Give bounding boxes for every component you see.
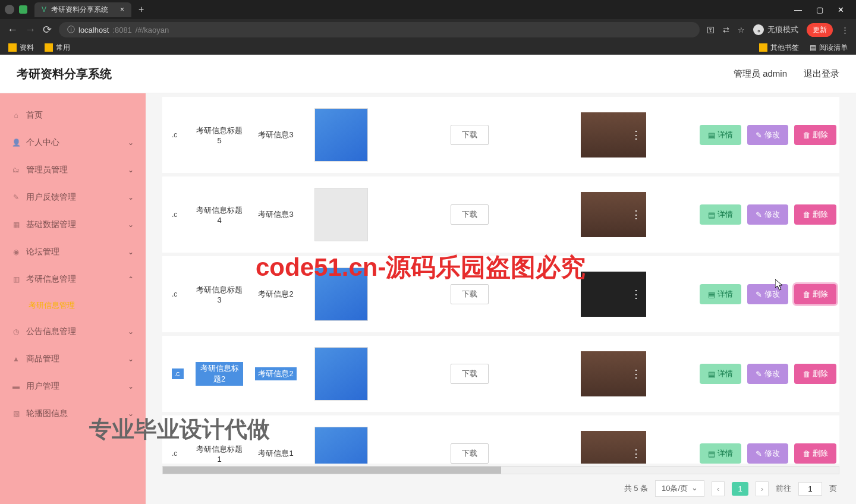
url-input[interactable]: ⓘ localhost :8081 /#/kaoyan: [59, 22, 700, 37]
goods-icon: ▲: [12, 355, 20, 363]
video-thumbnail[interactable]: [581, 112, 646, 158]
edit-button[interactable]: ✎修改: [747, 125, 788, 145]
clipboard-icon: 🗂: [12, 166, 20, 174]
sidebar-item-kaoyan[interactable]: ▥考研信息管理: [0, 266, 146, 293]
detail-button[interactable]: ▤详情: [700, 364, 741, 384]
translate-icon[interactable]: ⇄: [723, 26, 729, 34]
reload-icon[interactable]: ⟳: [43, 23, 52, 36]
delete-button[interactable]: 🗑删除: [794, 204, 836, 225]
edit-button[interactable]: ✎修改: [747, 443, 788, 464]
cell-category: 考研信息2: [255, 367, 297, 380]
sidebar-item-home[interactable]: ⌂首页: [0, 102, 146, 129]
app-root: code51.cncode51.cncode51.cncode51.cncode…: [0, 55, 856, 504]
goto-page-input[interactable]: [798, 482, 822, 496]
trash-icon: 🗑: [802, 210, 810, 219]
sidebar-item-profile[interactable]: 👤个人中心: [0, 129, 146, 156]
url-port: :8081: [112, 26, 132, 34]
sidebar-label: 用户管理: [26, 381, 59, 392]
download-button[interactable]: 下载: [451, 125, 489, 145]
page-size-select[interactable]: 10条/页⌄: [655, 480, 704, 497]
cell-title: 考研信息标题5: [196, 125, 243, 145]
sidebar-item-basedata[interactable]: ▦基础数据管理: [0, 211, 146, 238]
close-window-icon[interactable]: ✕: [838, 5, 844, 14]
browser-tab[interactable]: V 考研资料分享系统 ×: [34, 2, 131, 17]
cell-video: [581, 192, 664, 237]
sidebar-item-carousel[interactable]: ▧轮播图信息: [0, 400, 146, 427]
table-row: .c 考研信息标题1 考研信息1 下载 ▤详情 ✎修改 🗑删除: [162, 415, 839, 464]
bookmark-item[interactable]: 常用: [45, 43, 70, 53]
user-label[interactable]: 管理员 admin: [734, 68, 787, 80]
tab-leading-icons: [5, 5, 34, 14]
window-controls: — ▢ ✕: [794, 5, 851, 14]
detail-button[interactable]: ▤详情: [700, 125, 741, 145]
video-thumbnail[interactable]: [581, 272, 646, 317]
detail-icon: ▤: [708, 449, 715, 458]
edit-button[interactable]: ✎修改: [747, 204, 788, 225]
minimize-icon[interactable]: —: [794, 5, 802, 14]
sidebar-label: 公告信息管理: [26, 326, 76, 337]
cell-title: 考研信息标题1: [196, 444, 243, 464]
sidebar-item-announce[interactable]: ◷公告信息管理: [0, 318, 146, 345]
sidebar-label: 轮播图信息: [26, 408, 68, 419]
table-scroll[interactable]: .c 考研信息标题5 考研信息3 下载 ▤详情 ✎修改 🗑删除: [162, 93, 839, 464]
maximize-icon[interactable]: ▢: [816, 5, 823, 14]
delete-button[interactable]: 🗑删除: [794, 125, 836, 145]
video-thumbnail[interactable]: [581, 351, 646, 396]
trash-icon: 🗑: [802, 290, 810, 299]
app-icon-2: [19, 5, 27, 14]
back-icon[interactable]: ←: [7, 24, 18, 36]
prev-page-button[interactable]: ‹: [712, 481, 725, 496]
app-icon-1: [5, 5, 14, 14]
bookmark-item[interactable]: 资料: [8, 43, 34, 53]
cell-ext: .c: [172, 368, 184, 379]
scrollbar-thumb[interactable]: [163, 467, 501, 474]
address-bar: ← → ⟳ ⓘ localhost :8081 /#/kaoyan ⚿ ⇄ ☆ …: [0, 19, 856, 40]
sidebar-sub-kaoyan[interactable]: 考研信息管理: [0, 293, 146, 318]
pagination: 共 5 条 10条/页⌄ ‹ 1 › 前往 页: [162, 474, 839, 497]
download-button[interactable]: 下载: [451, 204, 489, 225]
sidebar-item-goods[interactable]: ▲商品管理: [0, 345, 146, 373]
detail-icon: ▤: [708, 210, 715, 219]
forward-icon[interactable]: →: [25, 24, 36, 36]
delete-button[interactable]: 🗑删除: [794, 443, 836, 464]
video-thumbnail[interactable]: [581, 192, 646, 237]
menu-dots-icon[interactable]: ⋮: [841, 26, 849, 34]
delete-button[interactable]: 🗑删除: [794, 284, 836, 304]
delete-button[interactable]: 🗑删除: [794, 364, 836, 384]
cell-category: 考研信息2: [255, 289, 297, 300]
detail-button[interactable]: ▤详情: [700, 443, 741, 464]
sidebar-item-feedback[interactable]: ✎用户反馈管理: [0, 184, 146, 211]
update-button[interactable]: 更新: [807, 23, 833, 37]
sidebar-label: 考研信息管理: [26, 274, 76, 285]
tab-close-icon[interactable]: ×: [120, 5, 124, 14]
cell-video: [581, 431, 664, 464]
sidebar-label: 用户反馈管理: [26, 192, 76, 203]
horizontal-scrollbar[interactable]: [162, 466, 839, 474]
page-number[interactable]: 1: [732, 482, 748, 496]
sidebar-item-users[interactable]: ▬用户管理: [0, 373, 146, 400]
sidebar-item-admin[interactable]: 🗂管理员管理: [0, 156, 146, 184]
sidebar-item-forum[interactable]: ◉论坛管理: [0, 238, 146, 266]
detail-icon: ▤: [708, 370, 715, 379]
bookmark-other[interactable]: 其他书签: [759, 43, 799, 53]
video-thumbnail[interactable]: [581, 431, 646, 464]
reading-list[interactable]: ▤阅读清单: [810, 43, 848, 53]
edit-button[interactable]: ✎修改: [747, 364, 788, 384]
logout-link[interactable]: 退出登录: [804, 68, 839, 80]
app-title: 考研资料分享系统: [17, 66, 112, 82]
bookmark-star-icon[interactable]: ☆: [738, 26, 745, 34]
cell-video: [581, 272, 664, 317]
next-page-button[interactable]: ›: [756, 481, 769, 496]
download-button[interactable]: 下载: [451, 284, 489, 304]
key-icon[interactable]: ⚿: [707, 26, 715, 34]
new-tab-button[interactable]: +: [131, 4, 151, 15]
cover-image: [314, 188, 368, 241]
cover-image: [314, 427, 368, 464]
site-info-icon[interactable]: ⓘ: [67, 24, 75, 35]
edit-icon: ✎: [756, 449, 762, 458]
download-button[interactable]: 下载: [451, 443, 489, 464]
detail-button[interactable]: ▤详情: [700, 284, 741, 304]
download-button[interactable]: 下载: [451, 364, 489, 384]
detail-button[interactable]: ▤详情: [700, 204, 741, 225]
cover-image: [314, 108, 368, 162]
